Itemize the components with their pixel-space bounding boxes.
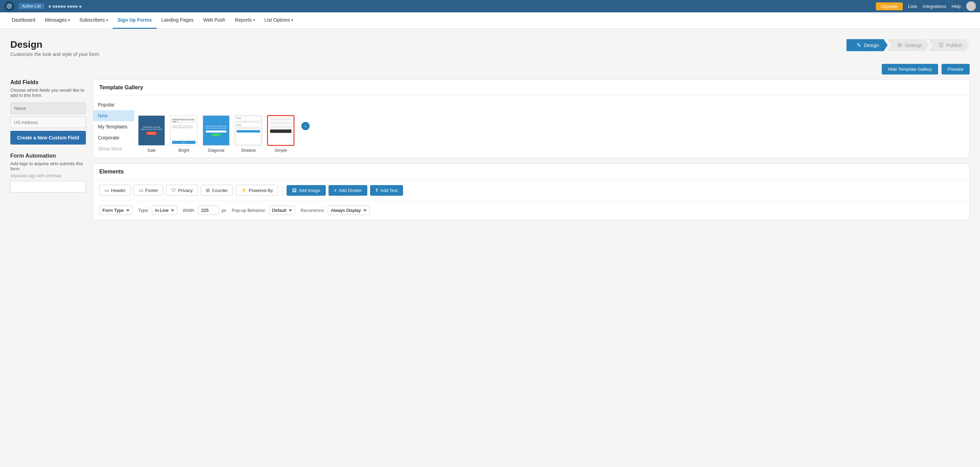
template-bright-preview: A brighter inbox is just a form away ☀️ … bbox=[170, 115, 197, 146]
template-shadow-preview: Name Email bbox=[235, 115, 262, 146]
privacy-icon: 🛡 bbox=[171, 187, 176, 193]
add-fields-title: Add Fields bbox=[10, 79, 86, 86]
category-new[interactable]: New bbox=[93, 110, 134, 121]
nav-signup-forms[interactable]: Sign Up Forms bbox=[113, 13, 157, 29]
nav-lists[interactable]: Lists bbox=[908, 4, 918, 9]
upgrade-button[interactable]: Upgrade bbox=[876, 2, 903, 10]
nav-messages[interactable]: Messages ▾ bbox=[40, 13, 75, 29]
nav-dashboard[interactable]: Dashboard bbox=[7, 13, 40, 29]
width-input[interactable] bbox=[198, 206, 219, 215]
element-header-button[interactable]: ▭ Header bbox=[99, 185, 131, 196]
width-unit: px bbox=[222, 208, 226, 213]
add-text-icon: T bbox=[375, 188, 378, 193]
action-buttons-row: Hide Template Gallery Preview bbox=[10, 64, 970, 75]
category-corporate[interactable]: Corporate bbox=[93, 132, 134, 143]
type-label: Type: bbox=[138, 208, 149, 213]
element-footer-button[interactable]: ▭ Footer bbox=[134, 185, 164, 196]
template-diagonal-preview: Sign up to get updates and stay delivere… bbox=[202, 115, 230, 146]
nav-help[interactable]: Help bbox=[951, 4, 961, 9]
header-icon: ▭ bbox=[105, 187, 109, 193]
elements-bar: ▭ Header ▭ Footer 🛡 Privacy ⊞ bbox=[99, 185, 963, 196]
gallery-next-button[interactable]: › bbox=[301, 122, 310, 130]
template-bright[interactable]: A brighter inbox is just a form away ☀️ … bbox=[170, 115, 197, 153]
template-sale[interactable]: Subscribe now and save on your first ord… bbox=[138, 115, 165, 153]
nav-list-options[interactable]: List Options ▾ bbox=[260, 13, 298, 29]
step-settings[interactable]: ⚙ Settings bbox=[887, 39, 929, 51]
main-nav: Dashboard Messages ▾ Subscribers ▾ Sign … bbox=[0, 13, 980, 29]
user-avatar[interactable] bbox=[966, 2, 976, 11]
elements-body: ▭ Header ▭ Footer 🛡 Privacy ⊞ bbox=[93, 180, 969, 200]
page-content: Design Customize the look and style of y… bbox=[0, 29, 980, 226]
category-popular[interactable]: Popular bbox=[93, 99, 134, 110]
template-sale-label: Sale bbox=[147, 148, 156, 153]
preview-button[interactable]: Preview bbox=[942, 64, 970, 75]
template-diagonal[interactable]: Sign up to get updates and stay delivere… bbox=[202, 115, 230, 153]
list-label: Active List bbox=[19, 3, 45, 9]
settings-step-icon: ⚙ bbox=[897, 42, 902, 48]
page-header: Design Customize the look and style of y… bbox=[10, 39, 970, 57]
nav-integrations[interactable]: Integrations bbox=[923, 4, 946, 9]
add-divider-button[interactable]: ≡ Add Divider bbox=[328, 185, 368, 196]
powered-by-icon: ⚡ bbox=[241, 187, 247, 193]
template-bright-label: Bright bbox=[178, 148, 189, 153]
add-image-icon: 🖼 bbox=[292, 188, 296, 193]
stepper: ✎ Design ⚙ Settings ☰ Publish bbox=[846, 39, 970, 51]
tags-input[interactable] bbox=[10, 181, 86, 193]
template-diagonal-label: Diagonal bbox=[208, 148, 224, 153]
footer-icon: ▭ bbox=[139, 187, 143, 193]
recurrence-group: Recurrence: Always Display bbox=[301, 206, 370, 215]
category-show-more[interactable]: Show More bbox=[93, 143, 134, 154]
category-my-templates[interactable]: My Templates bbox=[93, 121, 134, 132]
template-simple[interactable]: Simple bbox=[267, 115, 294, 153]
template-sale-preview: Subscribe now and save on your first ord… bbox=[138, 115, 165, 146]
template-simple-preview bbox=[267, 115, 294, 146]
list-name: ■ ■■■■■ ■■■■ ■ bbox=[48, 4, 872, 9]
left-sidebar: Add Fields Choose which fields you would… bbox=[10, 79, 86, 193]
two-col-layout: Add Fields Choose which fields you would… bbox=[10, 79, 970, 226]
type-select[interactable]: In-Line bbox=[152, 206, 177, 215]
nav-web-push[interactable]: Web Push bbox=[198, 13, 230, 29]
main-area: Template Gallery Popular New My Template… bbox=[93, 79, 970, 226]
form-automation-title: Form Automation bbox=[10, 153, 86, 159]
template-gallery-header: Template Gallery bbox=[93, 79, 969, 96]
add-image-button[interactable]: 🖼 Add Image bbox=[286, 185, 326, 196]
page-title: Design bbox=[10, 39, 100, 50]
popup-label: Pop-up Behavior: bbox=[232, 208, 266, 213]
field-name-input[interactable] bbox=[10, 103, 86, 114]
elements-header: Elements bbox=[93, 164, 969, 180]
element-privacy-button[interactable]: 🛡 Privacy bbox=[166, 185, 198, 196]
form-type-group: Form Type bbox=[99, 206, 133, 215]
create-custom-field-button[interactable]: Create a New Custom Field bbox=[10, 131, 86, 145]
top-bar-nav: Lists Integrations Help bbox=[908, 4, 961, 9]
page-subtitle: Customize the look and style of your for… bbox=[10, 51, 100, 57]
messages-arrow: ▾ bbox=[68, 18, 70, 22]
element-counter-button[interactable]: ⊞ Counter bbox=[200, 185, 233, 196]
counter-icon: ⊞ bbox=[206, 187, 210, 193]
popup-select[interactable]: Default bbox=[269, 206, 295, 215]
element-powered-by-button[interactable]: ⚡ Powered By bbox=[236, 185, 278, 196]
step-publish[interactable]: ☰ Publish bbox=[929, 39, 970, 51]
logo[interactable]: @ bbox=[4, 1, 14, 11]
popup-behavior-group: Pop-up Behavior: Default bbox=[232, 206, 295, 215]
list-options-arrow: ▾ bbox=[291, 18, 293, 22]
reports-arrow: ▾ bbox=[253, 18, 255, 22]
add-divider-icon: ≡ bbox=[334, 188, 337, 193]
type-group: Type: In-Line bbox=[138, 206, 177, 215]
gallery-categories: Popular New My Templates Corporate Show … bbox=[93, 96, 134, 157]
nav-landing-pages[interactable]: Landing Pages bbox=[157, 13, 198, 29]
width-group: Width: px bbox=[183, 206, 226, 215]
template-shadow[interactable]: Name Email Shadow bbox=[235, 115, 262, 153]
elements-panel: Elements ▭ Header ▭ Footer 🛡 P bbox=[93, 164, 970, 220]
nav-reports[interactable]: Reports ▾ bbox=[230, 13, 260, 29]
publish-step-icon: ☰ bbox=[939, 42, 943, 48]
hide-template-gallery-button[interactable]: Hide Template Gallery bbox=[882, 64, 938, 75]
nav-subscribers[interactable]: Subscribers ▾ bbox=[75, 13, 113, 29]
add-text-button[interactable]: T Add Text bbox=[370, 185, 403, 196]
form-automation-hint: Separate tags with commas bbox=[10, 173, 86, 178]
recurrence-select[interactable]: Always Display bbox=[328, 206, 370, 215]
step-design[interactable]: ✎ Design bbox=[846, 39, 888, 51]
field-address-input[interactable] bbox=[10, 117, 86, 128]
form-type-select[interactable]: Form Type bbox=[99, 206, 133, 215]
template-gallery-panel: Template Gallery Popular New My Template… bbox=[93, 79, 970, 158]
template-shadow-label: Shadow bbox=[241, 148, 256, 153]
